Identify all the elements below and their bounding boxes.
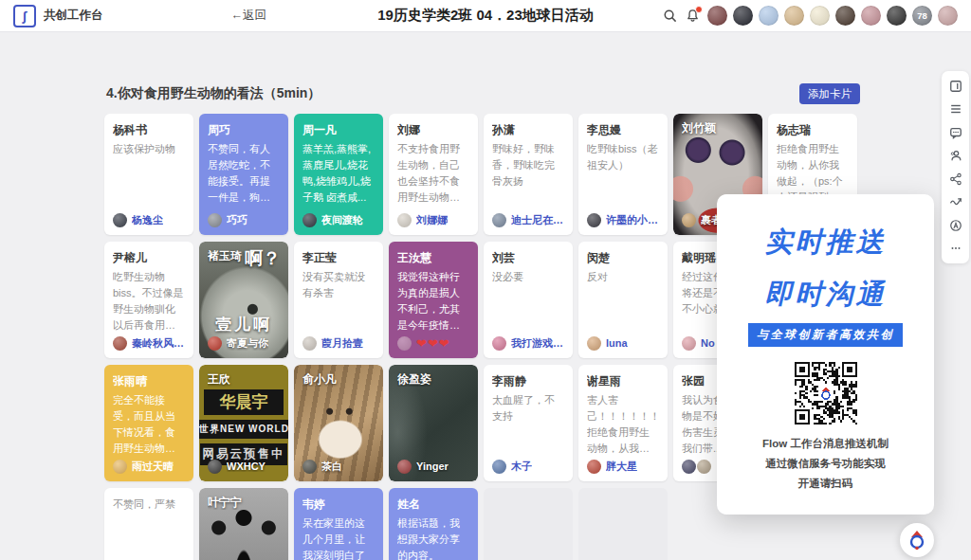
app-logo-icon[interactable]: ∫ [13,5,36,27]
more-icon[interactable] [947,241,963,257]
card-author-row: 茶白 [302,459,375,474]
user-avatar[interactable] [887,6,907,26]
board-card[interactable]: 杨科书 应该保护动物 杨逸尘 [104,114,193,235]
card-title: 李正莹 [302,250,375,265]
activity-icon[interactable] [947,194,963,210]
board-card[interactable]: 啊？ 壹儿啊 褚玉琦 寄夏与你 [199,242,288,358]
card-title: 杨科书 [113,122,185,137]
author-name: 寄夏与你 [227,336,268,351]
user-avatar[interactable] [835,6,855,26]
app-name: 共创工作台 [44,8,103,24]
user-avatar[interactable] [810,6,830,26]
card-author-row: 许墨的小娇… [587,212,659,227]
board-card[interactable]: 姓名 根据话题，我想跟大家分享的内容。 [389,488,478,560]
card-body: 根据话题，我想跟大家分享的内容。 [397,515,469,560]
author-avatar [587,213,601,227]
card-body: 吃野生动物biss。不过像是野生动物驯化以后再食用，例如竹... [113,269,185,334]
card-body: 吃野味biss（老祖安人） [587,141,659,173]
author-avatar [113,336,127,351]
card-body: 没必要 [492,269,564,285]
board-card[interactable]: 李正莹 没有买卖就没有杀害 葭月拾壹 [294,242,383,358]
author-avatar [587,460,601,474]
card-author-row: 秦岭秋风我… [113,335,185,351]
qr-code [795,362,857,425]
card-title: 李思嫚 [587,122,659,137]
author-avatar [113,460,127,474]
board-card[interactable]: 周一凡 蒸羊羔,蒸熊掌,蒸鹿尾儿,烧花鸭,烧雏鸡儿,烧子鹅 卤煮咸... 夜间渡… [294,114,383,235]
empty-card [484,488,573,560]
user-avatar[interactable] [938,6,958,26]
card-title: 谢星雨 [587,373,659,388]
share-icon[interactable] [947,171,963,187]
card-title: 徐盈姿 [397,371,469,387]
board-card[interactable]: 尹榕儿 吃野生动物biss。不过像是野生动物驯化以后再食用，例如竹... 秦岭秋… [104,242,193,358]
card-author-row: 夜间渡轮 [302,212,375,227]
card-author-row: luna [587,335,659,351]
mention-icon[interactable] [947,217,963,233]
card-author-row: 寄夏与你 [208,335,280,351]
board-info-icon[interactable] [947,78,963,94]
card-title: 王欣 [208,371,280,387]
board-card[interactable]: 李雨静 太血腥了，不支持 木子 [484,365,573,481]
board-card[interactable]: 张雨晴 完全不能接受，而且从当下情况看，食用野生动物。害人害己... 雨过天晴 [104,365,193,481]
card-author-row: 木子 [492,459,564,474]
user-avatar[interactable] [861,6,881,26]
board-card[interactable]: 不赞同，严禁 [104,488,193,560]
board-card[interactable]: 徐盈姿 Yinger [389,365,478,481]
comments-icon[interactable] [947,124,963,140]
user-avatar[interactable] [784,6,804,26]
user-avatar[interactable] [733,6,753,26]
card-body: 不支持食用野生动物，自己也会坚持不食用野生动物，每一个... [397,141,469,206]
board-card[interactable]: 王汝慧 我觉得这种行为真的是损人不利己，尤其是今年疫情之后更加... ❤❤❤ [389,242,478,358]
board-card[interactable]: 刘芸 没必要 我打游戏太… [484,242,573,358]
author-avatar [397,213,412,227]
author-name: 许墨的小娇… [606,213,659,227]
author-avatar [302,336,317,351]
promo-caption: Flow 工作台消息推送机制 通过微信服务号功能实现 开通请扫码 [762,434,889,494]
author-name: 胖大星 [606,460,637,474]
author-avatar [302,213,317,227]
author-avatar [208,336,222,351]
author-name: 夜间渡轮 [321,213,363,227]
card-title: 叶宁宁 [208,495,280,510]
board-card[interactable]: 叶宁宁 [199,488,288,560]
card-author-row: 巧巧 [208,212,280,227]
card-body: 没有买卖就没有杀害 [302,269,375,301]
section-title: 4.你对食用野生动物的看法（5min） [106,85,321,102]
notifications-bell-icon[interactable] [685,8,701,24]
card-title: 韦婷 [302,497,375,512]
assistant-fab[interactable] [900,523,934,557]
board-card[interactable]: 华晨宇 世界NEW WORLD 网易云预售中 王欣 WXHCY [199,365,288,481]
promo-popup: 实时推送 即时沟通 与全球创新者高效共创 Flow 工作台消息推送机制 通过微信… [717,194,934,515]
author-name: 我打游戏太… [511,336,564,351]
back-button[interactable]: ←返回 [231,8,267,24]
author-avatar [682,460,696,474]
author-avatar [682,213,696,227]
card-title: 俞小凡 [302,371,375,387]
card-author-row: Yinger [397,459,469,474]
menu-icon[interactable] [947,101,963,117]
board-card[interactable]: 刘娜 不支持食用野生动物，自己也会坚持不食用野生动物，每一个... 刘娜娜 [389,114,478,235]
board-card[interactable]: 孙潇 野味好，野味香，野味吃完骨灰扬 迪士尼在逃… [484,114,573,235]
card-body: 不赞同，有人居然吃蛇，不能接受。再提一件是，狗虽然不是... [208,141,280,206]
board-card[interactable]: 李思嫚 吃野味biss（老祖安人） 许墨的小娇… [578,114,668,235]
card-title: 杨志瑞 [777,122,849,137]
board-card[interactable]: 俞小凡 茶白 [294,365,383,481]
members-icon[interactable] [947,148,963,164]
promo-caption-line-3: 开通请扫码 [762,474,889,494]
author-name: 茶白 [321,460,342,474]
avatar-count-badge[interactable]: 78 [912,6,932,26]
board-card[interactable]: 韦婷 呆在家里的这几个月里，让我深刻明白了食野生动物的危害... [294,488,383,560]
card-image-text: 华晨宇 世界NEW WORLD 网易云预售中 [199,389,288,465]
search-icon[interactable] [662,8,678,24]
add-card-button[interactable]: 添加卡片 [799,83,860,104]
card-author-row: 我打游戏太… [492,335,564,351]
board-card[interactable]: 闵楚 反对 luna [578,242,668,358]
author-avatar [397,336,412,351]
board-card[interactable]: 周巧 不赞同，有人居然吃蛇，不能接受。再提一件是，狗虽然不是... 巧巧 [199,114,288,235]
user-avatar[interactable] [759,6,779,26]
tool-rail [942,71,969,263]
card-author-row: 胖大星 [587,459,659,474]
board-card[interactable]: 谢星雨 害人害己！！！！！！拒绝食用野生动物，从我做起。 胖大星 [578,365,668,481]
user-avatar[interactable] [707,6,727,26]
